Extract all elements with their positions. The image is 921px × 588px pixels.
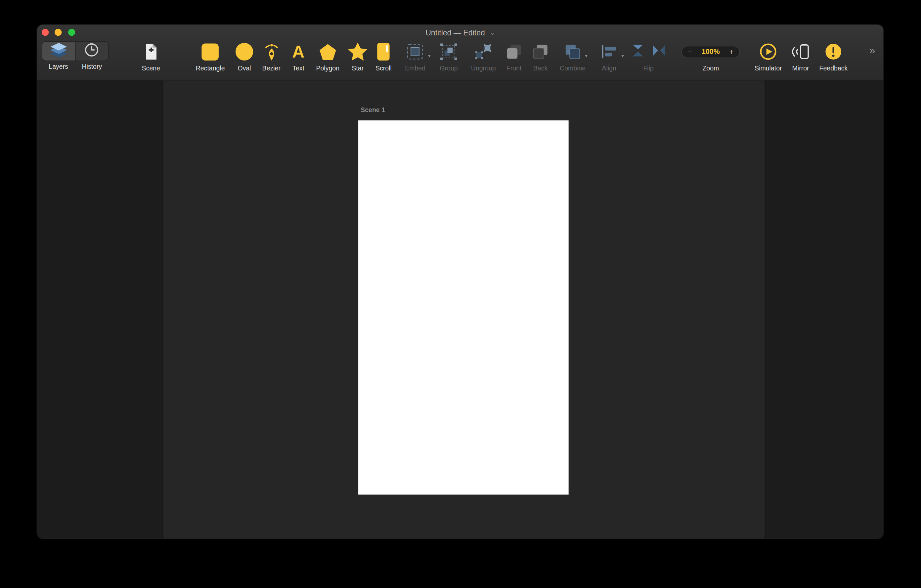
bezier-label: Bezier <box>262 65 280 71</box>
combine-dropdown-caret[interactable]: ▾ <box>585 54 587 59</box>
combine-icon: ▾ <box>565 40 581 63</box>
toolbar-scroll-tool[interactable]: Scroll <box>376 40 392 72</box>
toolbar-polygon-tool[interactable]: Polygon <box>316 40 339 72</box>
layers-panel <box>37 80 163 538</box>
title-chevron-icon[interactable]: ⌄ <box>490 29 495 36</box>
flip-label: Flip <box>643 65 653 71</box>
simulator-play-icon <box>760 40 777 63</box>
zoom-value[interactable]: 100% <box>702 48 720 56</box>
text-a-icon: A <box>292 43 304 60</box>
text-label: Text <box>293 65 304 71</box>
canvas-area[interactable]: Scene 1 <box>37 80 884 538</box>
window-title: Untitled — Edited <box>425 28 485 37</box>
toolbar-zoom-control: − 100% + Zoom <box>682 40 740 72</box>
toolbar-embed-button[interactable]: ▾ Embed <box>405 40 425 72</box>
toolbar-oval-tool[interactable]: Oval <box>236 40 253 72</box>
title-bar-and-toolbar: Untitled — Edited ⌄ <box>37 25 884 81</box>
toolbar-overflow-button[interactable]: » <box>869 45 875 57</box>
combine-label: Combine <box>560 65 586 71</box>
history-clock-icon <box>84 42 99 60</box>
feedback-exclamation-icon <box>825 40 842 63</box>
scene-document-icon <box>144 40 158 63</box>
toolbar-group-button[interactable]: Group <box>440 40 457 72</box>
send-to-back-icon <box>532 40 549 63</box>
star-icon <box>348 40 368 63</box>
toolbar-rectangle-tool[interactable]: Rectangle <box>196 40 225 72</box>
toolbar-flip-group: Flip <box>631 40 666 72</box>
zoom-in-button[interactable]: + <box>729 48 734 55</box>
front-label: Front <box>506 65 522 71</box>
app-window: Untitled — Edited ⌄ <box>37 25 884 539</box>
scroll-label: Scroll <box>376 65 392 71</box>
flip-horizontal-icon[interactable] <box>652 43 666 60</box>
segmented-labels: Layers History <box>42 63 109 70</box>
simulator-label: Simulator <box>755 65 782 71</box>
layers-label: Layers <box>42 63 75 70</box>
mirror-label: Mirror <box>792 65 809 71</box>
toolbar-star-tool[interactable]: Star <box>348 40 368 72</box>
toolbar-scene-button[interactable]: Scene <box>142 40 160 72</box>
rectangle-icon <box>202 43 219 60</box>
rectangle-label: Rectangle <box>196 65 225 71</box>
polygon-label: Polygon <box>316 65 339 71</box>
panel-toggle-group: Layers History <box>42 41 109 70</box>
back-label: Back <box>533 65 547 71</box>
zoom-pill: − 100% + <box>682 45 740 58</box>
screen: Untitled — Edited ⌄ <box>0 0 921 588</box>
group-icon <box>440 40 457 63</box>
zoom-label: Zoom <box>702 65 719 71</box>
scene-label: Scene <box>142 65 160 71</box>
history-toggle-button[interactable] <box>75 42 108 60</box>
group-label: Group <box>440 65 457 71</box>
toolbar-simulator-button[interactable]: Simulator <box>755 40 782 72</box>
mirror-phone-icon <box>791 40 810 63</box>
star-label: Star <box>351 65 364 71</box>
scroll-icon <box>378 43 390 60</box>
flip-vertical-icon[interactable] <box>631 43 645 60</box>
feedback-label: Feedback <box>819 65 848 71</box>
artboard-scene-1[interactable] <box>358 120 569 494</box>
toolbar-combine-button[interactable]: ▾ Combine <box>560 40 586 72</box>
toolbar-align-button[interactable]: ▾ Align <box>601 40 617 72</box>
align-icon: ▾ <box>601 40 617 63</box>
embed-label: Embed <box>405 65 425 71</box>
align-dropdown-caret[interactable]: ▾ <box>621 54 623 59</box>
toolbar-ungroup-button[interactable]: Ungroup <box>471 40 496 72</box>
ungroup-label: Ungroup <box>471 65 496 71</box>
layers-toggle-button[interactable] <box>42 42 75 60</box>
history-label: History <box>75 63 109 70</box>
toolbar-front-button[interactable]: Front <box>506 40 522 72</box>
bring-to-front-icon <box>506 40 522 63</box>
toolbar-text-tool[interactable]: A Text <box>292 40 304 72</box>
layers-icon <box>50 42 67 60</box>
align-label: Align <box>602 65 616 71</box>
embed-icon: ▾ <box>407 40 424 63</box>
title-bar: Untitled — Edited ⌄ <box>37 28 884 37</box>
bezier-pen-icon <box>263 40 280 63</box>
layers-history-segmented-control <box>42 41 109 61</box>
oval-label: Oval <box>238 65 251 71</box>
toolbar-bezier-tool[interactable]: Bezier <box>262 40 280 72</box>
right-panel <box>765 80 884 538</box>
toolbar-back-button[interactable]: Back <box>532 40 549 72</box>
oval-icon <box>236 43 253 60</box>
scene-title[interactable]: Scene 1 <box>361 106 385 113</box>
zoom-out-button[interactable]: − <box>688 48 692 55</box>
ungroup-icon <box>475 40 492 63</box>
embed-dropdown-caret[interactable]: ▾ <box>428 54 430 59</box>
toolbar-mirror-button[interactable]: Mirror <box>791 40 810 72</box>
toolbar-feedback-button[interactable]: Feedback <box>819 40 848 72</box>
polygon-icon <box>319 40 337 63</box>
